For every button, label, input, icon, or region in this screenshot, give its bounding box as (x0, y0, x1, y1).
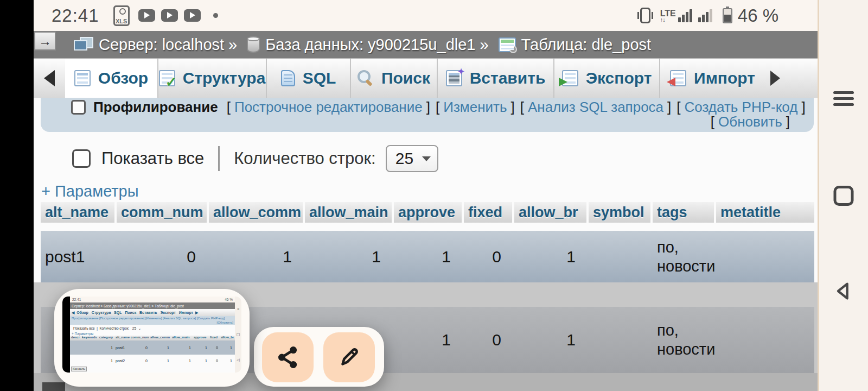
phone-screen: 22:41 XLS LTE↑↓ 46 % → Сервер: localhost… (0, 0, 868, 391)
mini-tab-bar: ◀ Обзор Структура SQL Поиск Вставить Экс… (70, 309, 235, 316)
server-icon (74, 36, 93, 53)
column-header-metatitle[interactable]: metatitle (716, 202, 814, 223)
database-icon (247, 36, 260, 53)
lte-indicator: LTE↑↓ (660, 9, 676, 22)
column-header-comm_num[interactable]: comm_num (117, 202, 207, 223)
divider (218, 146, 220, 171)
options-toggle-link[interactable]: + Параметры (41, 182, 139, 200)
structure-icon (159, 70, 175, 86)
breadcrumb-separator: » (228, 36, 237, 54)
tab-label: Экспорт (586, 69, 652, 87)
column-header-alt_name[interactable]: alt_name (41, 202, 114, 223)
mini-table-row: 1post2011101 (70, 355, 235, 367)
mini-column-header: descr (70, 336, 81, 340)
breadcrumb-link[interactable]: Сервер: localhost (99, 36, 224, 54)
mini-table-header: descrkeywordscategoryalt_namecomm_numall… (70, 336, 235, 340)
mini-cell: 1 (220, 346, 234, 350)
tab-label: Структура (183, 69, 266, 87)
select-caret-icon (422, 156, 431, 161)
mini-cell: 1 (220, 359, 234, 363)
bracket: ] (786, 113, 790, 130)
clock: 22:41 (52, 5, 99, 26)
bracket: ] (801, 99, 805, 115)
bracket: [ (227, 99, 231, 115)
mini-options-link: + Параметры (70, 332, 235, 336)
camera-cutout-strip (0, 0, 34, 391)
scroll-tabs-right-icon[interactable] (770, 71, 780, 86)
back-icon[interactable] (833, 280, 854, 302)
share-button[interactable] (262, 332, 314, 382)
edit-button[interactable] (323, 332, 375, 382)
mini-column-header: alt_name (114, 336, 130, 340)
mini-cell: 0 (130, 359, 149, 363)
mini-camera-cutout (62, 297, 70, 373)
tab-label: Поиск (381, 69, 430, 87)
mini-actions-line: Профилирование [Построчное редактировани… (72, 316, 233, 320)
column-header-allow_br[interactable]: allow_br (514, 202, 586, 223)
breadcrumb-link[interactable]: Таблица: dle_post (521, 36, 651, 54)
breadcrumb-link[interactable]: База данных: y900215u_dle1 (265, 36, 475, 54)
mini-column-header: approve (193, 336, 209, 340)
column-header-allow_main[interactable]: allow_main (305, 202, 392, 223)
column-header-approve[interactable]: approve (394, 202, 462, 223)
column-header-symbol[interactable]: symbol (589, 202, 650, 223)
mini-column-header: allow_main (171, 336, 193, 340)
signal-strength-icon-sim2 (698, 9, 713, 22)
menu-icon[interactable] (833, 88, 854, 109)
panel-toggle-button[interactable]: → (34, 31, 56, 51)
action-link[interactable]: Построчное редактирование (234, 99, 423, 115)
search-icon (358, 70, 374, 86)
mini-battery: 46 % (225, 298, 233, 301)
tab-sql[interactable]: SQL (266, 59, 350, 98)
mini-cell: 1 (171, 359, 193, 363)
column-header-fixed[interactable]: fixed (464, 202, 512, 223)
rows-count-select[interactable]: 25 (386, 145, 438, 172)
mini-page: 22:41 46 % Сервер: localhost » База данн… (70, 297, 235, 373)
cell-tags: по, новости (653, 238, 714, 276)
cell-allow_br: 1 (514, 331, 586, 349)
actions-line: Профилирование [Построчное редактировани… (71, 98, 806, 116)
cell-allow_br: 1 (514, 248, 586, 266)
mini-refresh-line: [Обновить] (72, 320, 233, 325)
action-link[interactable]: Обновить (718, 113, 782, 130)
tab-insert[interactable]: Вставить (437, 59, 553, 98)
mini-cell: 1 (149, 346, 171, 350)
tab-search[interactable]: Поиск (350, 59, 437, 98)
mini-column-header: allow_comm (149, 336, 171, 340)
action-link[interactable]: Изменить (443, 99, 507, 115)
browse-icon (74, 70, 91, 86)
mini-column-header: fixed (209, 336, 220, 340)
youtube-icon (161, 9, 178, 22)
profiling-checkbox[interactable] (71, 100, 86, 115)
tab-structure[interactable]: Структура (157, 59, 266, 98)
column-header-tags[interactable]: tags (653, 202, 714, 223)
insert-icon (446, 70, 462, 86)
recents-icon[interactable] (834, 186, 854, 206)
mini-cell: 0 (130, 346, 149, 350)
bracket: ] (510, 99, 514, 115)
cell-allow_comm: 1 (209, 248, 303, 266)
results-controls: Показать все Количество строк: 25 (72, 144, 438, 173)
action-link[interactable]: Анализ SQL запроса (528, 99, 663, 115)
battery-percent: 46 % (738, 5, 778, 26)
scroll-tabs-left-icon[interactable] (34, 59, 65, 98)
bracket: [ (436, 99, 439, 115)
tab-label: Вставить (470, 69, 546, 87)
tab-export[interactable]: Экспорт (553, 59, 659, 98)
tab-browse[interactable]: Обзор (65, 59, 157, 98)
mini-status-bar: 22:41 46 % (70, 297, 235, 302)
sql-icon (281, 70, 295, 86)
tab-label: Обзор (98, 69, 148, 87)
tab-bar: ОбзорСтруктураSQLПоискВставитьЭкспортИмп… (34, 58, 818, 98)
screenshot-thumbnail[interactable]: 22:41 46 % Сервер: localhost » База данн… (62, 297, 241, 373)
show-all-checkbox[interactable] (72, 149, 91, 168)
mini-console-bar: Консоль (70, 367, 235, 371)
refresh-line: [ Обновить] (711, 112, 790, 131)
column-header-allow_comm[interactable]: allow_comm (209, 202, 303, 223)
android-nav-bar (818, 0, 868, 391)
cell-fixed: 0 (464, 331, 512, 349)
mini-column-header: keywords (81, 336, 98, 340)
share-icon (276, 345, 301, 370)
tab-import[interactable]: Импорт (659, 59, 765, 98)
breadcrumb: → Сервер: localhost»База данных: y900215… (34, 31, 818, 58)
